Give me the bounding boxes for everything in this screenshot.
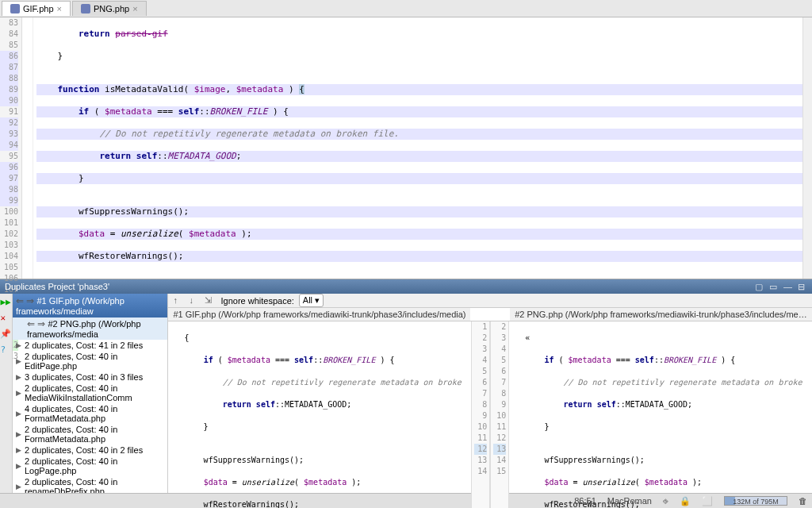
panel-sidebar: ▶▶ ✕ 📌 ? (0, 294, 13, 493)
php-file-icon (10, 4, 20, 13)
minimize-icon[interactable]: — (783, 282, 793, 291)
export-icon[interactable]: ⇲ (205, 295, 216, 306)
rerun-icon[interactable]: ▶▶ (0, 297, 11, 308)
close-icon[interactable]: × (57, 4, 62, 13)
cursor-position: 86:51 (574, 496, 596, 506)
pin-icon[interactable]: 📌 (0, 329, 11, 340)
next-diff-icon[interactable]: ↓ (189, 295, 200, 306)
diff-left-header: #1 GIF.php (/Work/php frameworks/mediawi… (168, 308, 470, 321)
diff-right[interactable]: 23456789101112131415 « if ( $metadata ==… (490, 321, 812, 508)
list-item[interactable]: ▶4 duplicates, Cost: 40 in FormatMetadat… (13, 403, 167, 424)
line-gutter: 8384858687888990919293949596979899100101… (0, 17, 22, 279)
ignore-ws-select[interactable]: All ▾ (299, 294, 324, 307)
ignore-ws-label: Ignore whitespace: (220, 296, 293, 306)
duplicates-list[interactable]: ⇐ ⇒ #1 GIF.php (/Work/php frameworks/med… (13, 294, 168, 493)
fold-gutter[interactable] (22, 17, 33, 279)
editor-marker-bar[interactable] (802, 17, 812, 279)
readonly-icon[interactable]: 🔒 (680, 496, 691, 506)
diff-code[interactable]: { if ( $metadata === self::BROKEN_FILE )… (168, 321, 812, 508)
diff-right-gutter: 23456789101112131415 (490, 321, 509, 508)
editor-tabs: GIF.php × PNG.php × (0, 0, 812, 17)
prev-diff-icon[interactable]: ↑ (173, 295, 184, 306)
tab-png[interactable]: PNG.php × (72, 1, 147, 16)
tab-label: PNG.php (94, 4, 129, 13)
list-item[interactable]: ▶2 duplicates, Cost: 40 in MediaWikiInst… (13, 383, 167, 403)
diff-left-gutter: 1234567891011121314 (471, 321, 490, 508)
duplicate-selected[interactable]: ⇐ ⇒ #1 GIF.php (/Work/php frameworks/med… (13, 294, 167, 318)
list-item[interactable]: ▶2 duplicates, Cost: 40 in LogPage.php (13, 456, 167, 476)
tab-gif[interactable]: GIF.php × (2, 1, 71, 16)
insert-mode-icon[interactable]: ⎆ (663, 496, 668, 506)
list-item[interactable]: ▶2 duplicates, Cost: 40 in 2 files (13, 444, 167, 456)
window-icon[interactable]: ▢ (755, 282, 764, 291)
list-item[interactable]: ▶2 duplicates, Cost: 40 in FormatMetadat… (13, 424, 167, 444)
diff-right-header: #2 PNG.php (/Work/php frameworks/mediawi… (510, 308, 812, 321)
encoding[interactable]: MacRoman (607, 496, 652, 506)
diff-viewer: ↑ ↓ ⇲ Ignore whitespace: All ▾ #1 GIF.ph… (168, 294, 812, 493)
memory-indicator[interactable]: 132M of 795M (724, 496, 787, 506)
list-item[interactable]: ▶3 duplicates, Cost: 40 in 3 files (13, 371, 167, 383)
list-item[interactable]: ▶2 duplicates, Cost: 41 in 2 files (13, 340, 167, 351)
tab-icon[interactable]: ▭ (769, 282, 779, 291)
hide-icon[interactable]: ⊟ (798, 282, 807, 291)
duplicates-panel-header: Duplicates Project 'phase3' ▢ ▭ — ⊟ (0, 279, 812, 294)
code-editor[interactable]: 8384858687888990919293949596979899100101… (0, 17, 812, 279)
diff-left[interactable]: { if ( $metadata === self::BROKEN_FILE )… (168, 321, 490, 508)
close-icon[interactable]: ✕ (0, 313, 11, 324)
duplicates-panel: ▶▶ ✕ 📌 ? ⇐ ⇒ #1 GIF.php (/Work/php frame… (0, 294, 812, 493)
list-item[interactable]: ▶2 duplicates, Cost: 40 in renameDbPrefi… (13, 476, 167, 493)
diff-headers: #1 GIF.php (/Work/php frameworks/mediawi… (168, 308, 812, 321)
tab-label: GIF.php (23, 4, 54, 13)
code-area[interactable]: return parsed-gif } function isMetadataV… (33, 17, 802, 279)
diff-toolbar: ↑ ↓ ⇲ Ignore whitespace: All ▾ (168, 294, 812, 308)
php-file-icon (81, 4, 90, 13)
help-icon[interactable]: ? (0, 344, 11, 356)
highlight-icon[interactable]: ⬜ (702, 496, 713, 506)
list-item[interactable]: ▶2 duplicates, Cost: 40 in EditPage.php (13, 351, 167, 371)
duplicate-sub[interactable]: ⇐ ⇒ #2 PNG.php (/Work/php frameworks/med… (13, 318, 167, 340)
close-icon[interactable]: × (132, 4, 137, 13)
panel-title: Duplicates Project 'phase3' (5, 282, 755, 291)
trash-icon[interactable]: 🗑 (799, 496, 807, 506)
